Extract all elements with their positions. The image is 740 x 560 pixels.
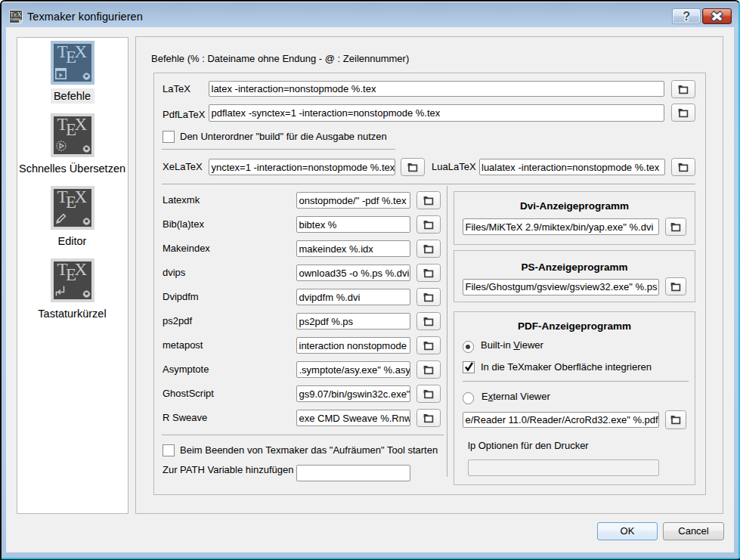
svg-text:?: ?	[683, 9, 690, 23]
